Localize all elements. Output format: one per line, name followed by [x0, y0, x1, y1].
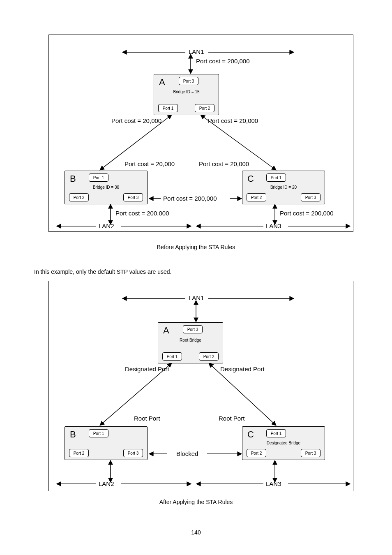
- lan3-label-2: LAN3: [266, 480, 281, 487]
- cost-a-p3: Port cost = 200,000: [196, 58, 250, 65]
- page: LAN1 LAN2 LAN3 Port cost = 200,000 Port …: [0, 0, 392, 555]
- node-c2-letter: C: [247, 429, 254, 440]
- node-a-sub: Bridge ID = 15: [154, 90, 219, 94]
- lan3-label: LAN3: [266, 222, 281, 229]
- node-b-port2: Port 2: [69, 193, 89, 201]
- figure2-caption: After Applying the STA Rules: [0, 499, 392, 505]
- node-c2-port2: Port 2: [247, 449, 266, 457]
- desig-port-left: Designated Port: [125, 365, 169, 372]
- node-c-letter: C: [247, 173, 254, 184]
- node-a2-port3: Port 3: [183, 325, 203, 333]
- cost-a-p1: Port cost = 20,000: [111, 117, 161, 124]
- node-b2-port3: Port 3: [123, 449, 143, 457]
- node-c2-port3: Port 3: [301, 449, 321, 457]
- node-a-port2: Port 2: [195, 104, 214, 112]
- node-c-port3: Port 3: [301, 193, 321, 201]
- desig-port-right: Designated Port: [220, 365, 265, 372]
- node-a2-sub: Root Bridge: [158, 338, 223, 342]
- node-a2-port2: Port 2: [199, 352, 219, 361]
- node-b-port3: Port 3: [123, 193, 143, 201]
- node-c: C Port 1 Bridge ID = 20 Port 2 Port 3: [242, 171, 325, 204]
- node-a-port3: Port 3: [179, 77, 198, 85]
- node-c-port2: Port 2: [247, 193, 266, 201]
- node-b-port1: Port 1: [89, 173, 108, 182]
- node-c2-sub: Designated Bridge: [242, 441, 325, 445]
- node-a-port1: Port 1: [158, 104, 178, 112]
- cost-c-lan3: Port cost = 200,000: [280, 210, 334, 217]
- cost-b-p1: Port cost = 20,000: [125, 160, 175, 167]
- root-port-left: Root Port: [134, 415, 160, 422]
- node-b-sub: Bridge ID = 30: [65, 185, 147, 190]
- lan2-label-2: LAN2: [99, 480, 114, 487]
- node-b2-letter: B: [70, 429, 76, 440]
- node-c2-port1: Port 1: [266, 429, 286, 437]
- node-c-sub: Bridge ID = 20: [242, 185, 325, 190]
- lan1-label: LAN1: [189, 48, 204, 55]
- cost-b-c: Port cost = 200,000: [163, 195, 217, 202]
- node-b2-port1: Port 1: [89, 429, 108, 437]
- page-number: 140: [0, 529, 392, 536]
- node-b2-port2: Port 2: [69, 449, 89, 457]
- node-b: B Port 1 Bridge ID = 30 Port 2 Port 3: [65, 171, 148, 204]
- root-port-right: Root Port: [219, 415, 244, 422]
- node-c-2: C Port 1 Designated Bridge Port 2 Port 3: [242, 426, 325, 460]
- node-b-letter: B: [70, 173, 76, 184]
- cost-c-p1: Port cost = 20,000: [199, 160, 249, 167]
- node-b-2: B Port 1 Port 2 Port 3: [65, 426, 148, 460]
- lan2-label: LAN2: [99, 222, 114, 229]
- paragraph-default-stp: In this example, only the default STP va…: [34, 268, 171, 275]
- node-a: A Port 3 Bridge ID = 15 Port 1 Port 2: [154, 74, 219, 115]
- node-a-2: A Port 3 Root Bridge Port 1 Port 2: [158, 322, 223, 363]
- figure-before-sta: LAN1 LAN2 LAN3 Port cost = 200,000 Port …: [48, 35, 353, 232]
- figure1-caption: Before Applying the STA Rules: [0, 244, 392, 250]
- node-a2-port1: Port 1: [162, 352, 182, 361]
- lan1-label-2: LAN1: [189, 294, 204, 301]
- cost-a-p2: Port cost = 20,000: [208, 117, 258, 124]
- node-a2-letter: A: [163, 325, 169, 336]
- node-c-port1: Port 1: [266, 173, 286, 182]
- cost-b-lan2: Port cost = 200,000: [115, 210, 169, 217]
- blocked-label: Blocked: [176, 450, 198, 457]
- figure-after-sta: LAN1 LAN2 LAN3 Designated Port Designate…: [48, 281, 353, 491]
- node-a-letter: A: [159, 77, 165, 88]
